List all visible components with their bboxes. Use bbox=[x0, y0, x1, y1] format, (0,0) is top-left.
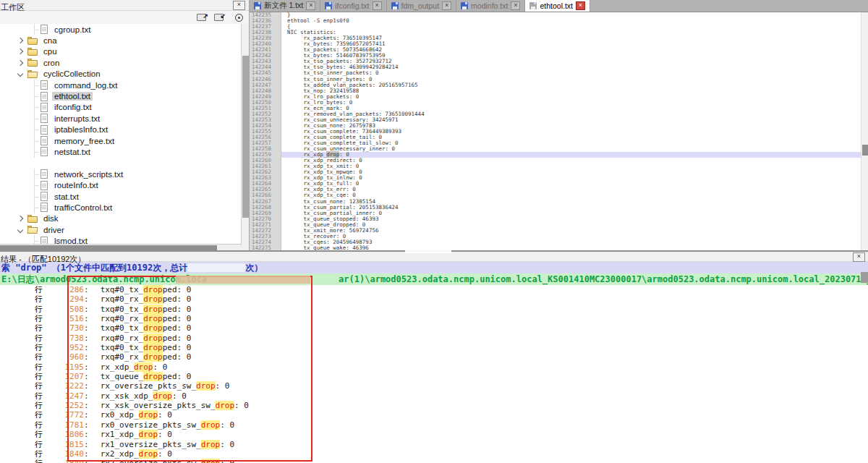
chevron-right-icon[interactable] bbox=[17, 216, 23, 221]
tree-vertical-scrollbar[interactable] bbox=[241, 24, 249, 244]
tree-item-memory-free-txt[interactable]: memory_free.txt bbox=[0, 135, 242, 146]
colon: : bbox=[84, 381, 89, 391]
search-results-panel: 结果 - （匹配10192次） × 索 "drop" （1个文件中匹配到1019… bbox=[0, 250, 868, 463]
search-result-row[interactable]: 行508:txq#0_tx_dropped: 0 bbox=[0, 305, 868, 314]
results-title: 结果 - （匹配10192次） bbox=[0, 255, 85, 263]
search-result-row[interactable]: 行1195:rx_xdp_drop: 0 bbox=[0, 362, 868, 372]
search-result-row[interactable]: 行730:txq#0_tx_dropped: 0 bbox=[0, 323, 868, 333]
tree-item-ifconfig-txt[interactable]: ifconfig.txt bbox=[0, 102, 242, 113]
search-result-row[interactable]: 行1840:rx2_xdp_drop: 0 bbox=[0, 449, 868, 459]
line-text: } bbox=[281, 12, 861, 18]
result-text: rxq#0_rx_dropped: 0 bbox=[101, 352, 192, 362]
close-icon[interactable]: × bbox=[442, 1, 451, 10]
colon: : bbox=[84, 410, 89, 420]
tree-item-driver[interactable]: driver bbox=[0, 224, 242, 235]
editor-line[interactable]: 142236ethtool -S enp1s0f0 bbox=[250, 18, 861, 24]
chevron-right-icon[interactable] bbox=[17, 60, 23, 66]
editor-vertical-scrollbar[interactable] bbox=[861, 12, 868, 250]
close-icon[interactable]: × bbox=[576, 1, 585, 10]
editor-pane[interactable]: 142235}142236ethtool -S enp1s0f0142237{1… bbox=[250, 12, 861, 250]
line-text: rx_xdp_tx_mpwqe: 0 bbox=[281, 169, 861, 175]
editor-line[interactable]: 142237{ bbox=[250, 24, 861, 30]
line-text: rx_xdp_drop: 0 bbox=[281, 152, 861, 158]
scrollbar-thumb[interactable] bbox=[242, 56, 249, 218]
tree-item-cgroup-txt[interactable]: cgroup.txt bbox=[0, 24, 242, 35]
result-line-number: 1806 bbox=[52, 430, 84, 439]
tree-item-network-scripts-txt[interactable]: network_scripts.txt bbox=[0, 169, 242, 179]
search-result-row[interactable]: 行1772:rx0_xdp_drop: 0 bbox=[0, 410, 868, 420]
line-text: rx_xdp_redirect: 0 bbox=[281, 158, 861, 163]
search-result-row[interactable]: 行516:rxq#0_rx_dropped: 0 bbox=[0, 314, 868, 323]
search-result-row[interactable]: 行1781:rx0_oversize_pkts_sw_drop: 0 bbox=[0, 420, 868, 430]
search-result-row[interactable]: 行286:txq#0_tx_dropped: 0 bbox=[0, 285, 868, 294]
tree-item-disk[interactable]: disk bbox=[0, 213, 242, 224]
search-result-row[interactable]: 行1207:tx_queue_dropped: 0 bbox=[0, 372, 868, 381]
tree-item-cpu[interactable]: cpu bbox=[0, 46, 242, 57]
row-label: 行 bbox=[35, 323, 52, 333]
tree-item-lsmod-txt[interactable]: lsmod.txt bbox=[0, 235, 242, 244]
search-result-row[interactable]: 行1247:rx_xsk_xdp_drop: 0 bbox=[0, 391, 868, 401]
tree-item-iptablesinfo-txt[interactable]: iptablesInfo.txt bbox=[0, 124, 242, 135]
results-close-icon[interactable]: × bbox=[853, 252, 865, 262]
chevron-down-icon[interactable] bbox=[17, 226, 23, 232]
search-result-row[interactable]: 行1849:rx2_oversize_pkts_sw_drop: 0 bbox=[0, 459, 868, 463]
search-result-row[interactable]: 行1815:rx1_oversize_pkts_sw_drop: 0 bbox=[0, 440, 868, 449]
search-result-row[interactable]: 行1252:rx_xsk_oversize_pkts_sw_drop: 0 bbox=[0, 401, 868, 410]
result-text: rx_oversize_pkts_sw_drop: 0 bbox=[101, 381, 230, 391]
tree-item-trafficcontrol-txt[interactable]: trafficControl.txt bbox=[0, 202, 242, 213]
search-result-row[interactable]: 行1222:rx_oversize_pkts_sw_drop: 0 bbox=[0, 381, 868, 391]
match-highlight: drop bbox=[143, 285, 163, 294]
result-file-path-line[interactable]: E:\日志\armod0523.odata.ncmp.unicom.locaar… bbox=[0, 273, 868, 285]
tree-item-cna[interactable]: cna bbox=[0, 35, 242, 46]
scrollbar-thumb[interactable] bbox=[862, 145, 868, 156]
editor-line[interactable]: 142275 tx_queue_wake: 46396 bbox=[250, 245, 861, 250]
result-text: rx_xdp_drop: 0 bbox=[101, 362, 168, 372]
locate-file-icon[interactable] bbox=[233, 12, 245, 22]
line-text: tx_queue_wake: 46396 bbox=[281, 245, 861, 250]
scrollbar-thumb[interactable] bbox=[0, 245, 217, 250]
tree-item-cycliccollection[interactable]: cyclicCollection bbox=[0, 69, 242, 80]
close-icon[interactable]: × bbox=[373, 1, 382, 10]
tree-item-stat-txt[interactable]: stat.txt bbox=[0, 191, 242, 202]
tab-modinfo-txt[interactable]: modinfo.txt× bbox=[456, 0, 525, 12]
search-result-row[interactable]: 行960:rxq#0_rx_dropped: 0 bbox=[0, 352, 868, 362]
close-icon[interactable]: × bbox=[306, 1, 315, 10]
tab-fdm-output[interactable]: fdm_output× bbox=[387, 0, 457, 12]
expand-all-icon[interactable]: ↗ bbox=[196, 12, 208, 22]
tab-ifconfig-txt[interactable]: ifconfig.txt× bbox=[320, 0, 386, 12]
tree-item-cron[interactable]: cron bbox=[0, 57, 242, 68]
line-text: tx_added_vlan_packets: 205165957165 bbox=[281, 82, 861, 88]
tree-horizontal-scrollbar[interactable] bbox=[0, 244, 242, 250]
search-result-row[interactable]: 行1806:rx1_xdp_drop: 0 bbox=[0, 430, 868, 439]
match-highlight: drop bbox=[143, 305, 163, 314]
chevron-down-icon[interactable] bbox=[17, 71, 23, 77]
tree-item-command-log-txt[interactable]: command_log.txt bbox=[0, 80, 242, 90]
workspace-close-icon[interactable]: × bbox=[233, 1, 245, 10]
result-line-number: 1772 bbox=[52, 410, 84, 420]
tree-item-interrupts-txt[interactable]: interrupts.txt bbox=[0, 113, 242, 124]
tree-item-netstat-txt[interactable]: netstat.txt bbox=[0, 146, 242, 157]
collapse-all-icon[interactable]: ↙ bbox=[213, 12, 226, 22]
result-line-number: 294 bbox=[52, 294, 84, 304]
search-result-row[interactable]: 行952:txq#0_tx_dropped: 0 bbox=[0, 343, 868, 352]
tab--1-txt[interactable]: 新文件 1.txt× bbox=[250, 0, 320, 12]
chevron-right-icon[interactable] bbox=[17, 38, 23, 43]
result-text: txq#0_tx_dropped: 0 bbox=[101, 323, 192, 333]
result-text: rxq#0_rx_dropped: 0 bbox=[101, 314, 192, 323]
save-icon bbox=[254, 2, 261, 9]
file-icon bbox=[41, 192, 48, 201]
tree-item-routeinfo-txt[interactable]: routeInfo.txt bbox=[0, 179, 242, 190]
chevron-right-icon[interactable] bbox=[17, 48, 23, 54]
tab-bar: 新文件 1.txt×ifconfig.txt×fdm_output×modinf… bbox=[250, 0, 868, 12]
colon: : bbox=[84, 459, 89, 463]
tree-item-label: routeInfo.txt bbox=[52, 181, 101, 190]
search-result-row[interactable]: 行738:rxq#0_rx_dropped: 0 bbox=[0, 334, 868, 343]
results-scrollbar-stub[interactable] bbox=[861, 272, 868, 283]
file-icon bbox=[41, 181, 48, 190]
result-line-number: 516 bbox=[52, 314, 84, 323]
search-result-row[interactable]: 行294:rxq#0_rx_dropped: 0 bbox=[0, 294, 868, 304]
match-highlight: drop bbox=[143, 323, 163, 333]
close-icon[interactable]: × bbox=[511, 1, 520, 10]
tab-ethtool-txt[interactable]: ethtool.txt× bbox=[525, 0, 590, 12]
tree-item-ethtool-txt[interactable]: ethtool.txt bbox=[0, 90, 242, 101]
